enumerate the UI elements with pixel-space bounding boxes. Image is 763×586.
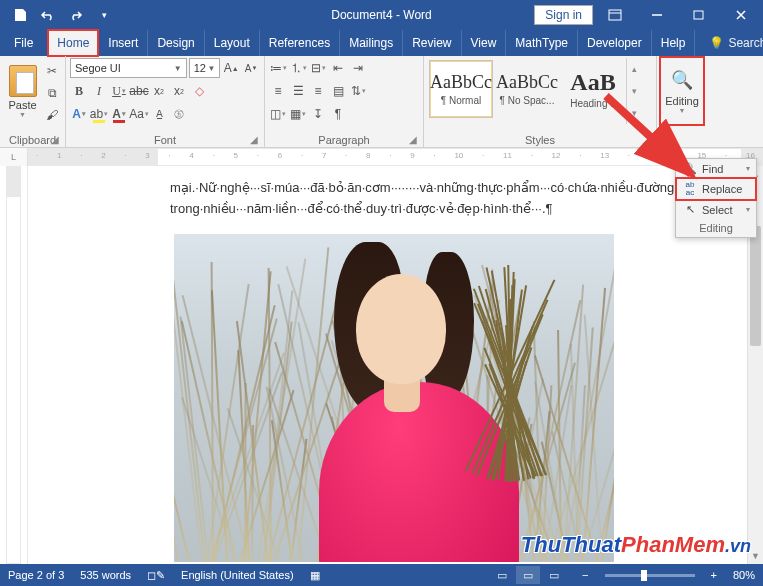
line-spacing-icon[interactable]: ⇅▾ <box>349 81 367 101</box>
document-viewport[interactable]: mại.·Nữ·nghệ···sĩ·múa···đã·bỏ·ăn·cơm····… <box>28 166 763 564</box>
font-size-combo[interactable]: 12▼ <box>189 58 221 78</box>
shrink-font-icon[interactable]: A▼ <box>242 58 260 78</box>
language-indicator[interactable]: English (United States) <box>181 569 294 581</box>
web-layout-icon[interactable]: ▭ <box>542 566 566 584</box>
paragraph-dialog-icon[interactable]: ◢ <box>409 134 421 146</box>
styles-gallery-more[interactable]: ▴▾▾ <box>626 58 642 124</box>
select-button[interactable]: ↖ Select ▾ <box>676 200 756 219</box>
vertical-ruler[interactable] <box>0 166 28 564</box>
align-center-icon[interactable]: ☰ <box>289 81 307 101</box>
editing-group-spacer <box>661 132 703 147</box>
page-indicator[interactable]: Page 2 of 3 <box>8 569 64 581</box>
style-preview-text: AaBbCc <box>430 72 492 93</box>
char-shading-icon[interactable]: A̲ <box>150 104 168 124</box>
change-case-icon[interactable]: Aa▾ <box>130 104 148 124</box>
cut-icon[interactable]: ✂ <box>43 62 61 80</box>
format-painter-icon[interactable]: 🖌 <box>43 106 61 124</box>
paste-button[interactable]: Paste ▼ <box>4 58 41 124</box>
titlebar: ▾ Document4 - Word Sign in <box>0 0 763 30</box>
tab-references[interactable]: References <box>260 30 340 56</box>
clear-formatting-icon[interactable]: ◇ <box>190 81 208 101</box>
group-clipboard: Paste ▼ ✂ ⧉ 🖌 Clipboard ◢ <box>0 56 66 147</box>
tab-help[interactable]: Help <box>652 30 696 56</box>
font-color-icon[interactable]: A▾ <box>110 104 128 124</box>
zoom-slider[interactable] <box>605 574 695 577</box>
macro-icon[interactable]: ▦ <box>310 569 320 582</box>
tab-mathtype[interactable]: MathType <box>506 30 578 56</box>
redo-icon[interactable] <box>64 3 88 27</box>
tab-developer[interactable]: Developer <box>578 30 652 56</box>
undo-icon[interactable] <box>36 3 60 27</box>
align-right-icon[interactable]: ≡ <box>309 81 327 101</box>
font-name-combo[interactable]: Segoe UI▼ <box>70 58 187 78</box>
font-dialog-icon[interactable]: ◢ <box>250 134 262 146</box>
tab-view[interactable]: View <box>462 30 507 56</box>
tab-layout[interactable]: Layout <box>205 30 260 56</box>
style-normal[interactable]: AaBbCc ¶ Normal <box>429 60 493 118</box>
enclose-char-icon[interactable]: ㊄ <box>170 104 188 124</box>
tab-design[interactable]: Design <box>148 30 204 56</box>
subscript-button[interactable]: x2 <box>150 81 168 101</box>
multilevel-list-icon[interactable]: ⊟▾ <box>309 58 327 78</box>
quick-access-toolbar: ▾ <box>0 3 116 27</box>
show-marks-icon[interactable]: ¶ <box>329 104 347 124</box>
save-icon[interactable] <box>8 3 32 27</box>
zoom-level[interactable]: 80% <box>733 569 755 581</box>
bold-button[interactable]: B <box>70 81 88 101</box>
decrease-indent-icon[interactable]: ⇤ <box>329 58 347 78</box>
styles-dialog-icon[interactable]: ◢ <box>642 134 654 146</box>
grow-font-icon[interactable]: A▲ <box>222 58 240 78</box>
style-nospacing[interactable]: AaBbCc ¶ No Spac... <box>495 60 559 118</box>
tab-mailings[interactable]: Mailings <box>340 30 403 56</box>
numbering-icon[interactable]: ⒈▾ <box>289 58 307 78</box>
tell-me-search[interactable]: 💡 Search <box>709 36 763 50</box>
watermark-c: .vn <box>725 536 751 556</box>
word-count[interactable]: 535 words <box>80 569 131 581</box>
editing-dropdown-button[interactable]: 🔍 Editing ▼ <box>661 58 703 124</box>
italic-button[interactable]: I <box>90 81 108 101</box>
sort-icon[interactable]: ↧ <box>309 104 327 124</box>
document-text[interactable]: mại.·Nữ·nghệ···sĩ·múa···đã·bỏ·ăn·cơm····… <box>78 178 688 220</box>
tab-file[interactable]: File <box>0 30 48 56</box>
find-button[interactable]: 🔍 Find ▾ <box>676 159 756 178</box>
borders-icon[interactable]: ▦▾ <box>289 104 307 124</box>
highlight-color-icon[interactable]: ab▾ <box>90 104 108 124</box>
tab-home[interactable]: Home <box>48 30 99 56</box>
increase-indent-icon[interactable]: ⇥ <box>349 58 367 78</box>
horizontal-ruler[interactable]: L ·1·2·3·4·5·6·7·8·9·10·11·12·13·14·15·1… <box>0 148 763 166</box>
align-left-icon[interactable]: ≡ <box>269 81 287 101</box>
justify-icon[interactable]: ▤ <box>329 81 347 101</box>
close-icon[interactable] <box>721 0 761 30</box>
ribbon-display-icon[interactable] <box>595 0 635 30</box>
tab-review[interactable]: Review <box>403 30 461 56</box>
document-image[interactable] <box>174 234 614 562</box>
copy-icon[interactable]: ⧉ <box>43 84 61 102</box>
style-preview-text: AaB <box>570 69 615 96</box>
zoom-in-icon[interactable]: + <box>711 569 717 581</box>
select-label: Select <box>702 204 733 216</box>
replace-button[interactable]: abac Replace <box>676 178 756 200</box>
maximize-icon[interactable] <box>679 0 719 30</box>
group-styles: AaBbCc ¶ Normal AaBbCc ¶ No Spac... AaB … <box>424 56 657 147</box>
select-icon: ↖ <box>682 203 698 216</box>
clipboard-dialog-icon[interactable]: ◢ <box>51 134 63 146</box>
minimize-icon[interactable] <box>637 0 677 30</box>
read-mode-icon[interactable]: ▭ <box>490 566 514 584</box>
find-label: Find <box>702 163 723 175</box>
spellcheck-icon[interactable]: ◻✎ <box>147 569 165 582</box>
zoom-out-icon[interactable]: − <box>582 569 588 581</box>
underline-button[interactable]: U▾ <box>110 81 128 101</box>
text-effects-icon[interactable]: A▾ <box>70 104 88 124</box>
signin-button[interactable]: Sign in <box>534 5 593 25</box>
bullets-icon[interactable]: ≔▾ <box>269 58 287 78</box>
superscript-button[interactable]: x2 <box>170 81 188 101</box>
shading-icon[interactable]: ◫▾ <box>269 104 287 124</box>
scroll-thumb[interactable] <box>750 226 761 346</box>
style-heading1[interactable]: AaB Heading 1 <box>561 60 625 118</box>
qat-customize-icon[interactable]: ▾ <box>92 3 116 27</box>
print-layout-icon[interactable]: ▭ <box>516 566 540 584</box>
editing-flyout: 🔍 Find ▾ abac Replace ↖ Select ▾ Editing <box>675 158 757 238</box>
tab-insert[interactable]: Insert <box>99 30 148 56</box>
strikethrough-button[interactable]: abc <box>130 81 148 101</box>
group-editing: 🔍 Editing ▼ <box>657 56 707 147</box>
